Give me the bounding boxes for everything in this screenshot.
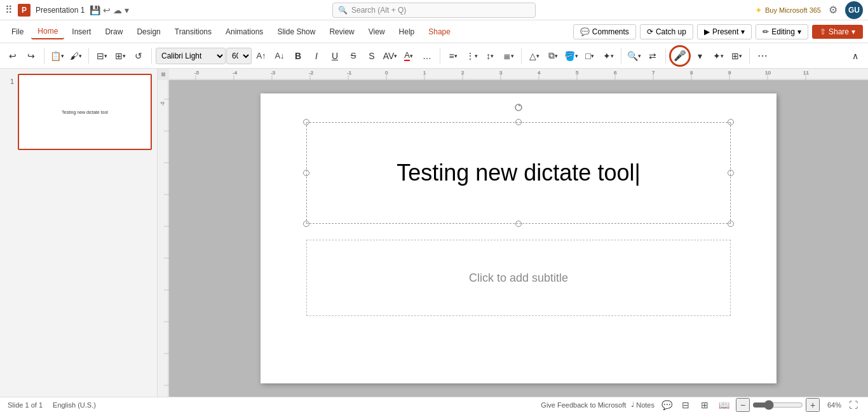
designer-button[interactable]: ✦▾: [709, 47, 727, 65]
ruler-top: -5 -4 -3 -2 -1 0 1 2 3 4 5 6 7 8 9 10 11: [158, 69, 868, 80]
redo-button[interactable]: ↪: [22, 47, 40, 65]
menu-design[interactable]: Design: [130, 25, 166, 39]
svg-text:3: 3: [499, 70, 503, 76]
zoom-slider[interactable]: [752, 400, 803, 410]
comments-panel-button[interactable]: 💬: [660, 398, 674, 412]
undo-button[interactable]: ↩: [4, 47, 22, 65]
svg-text:9: 9: [728, 70, 731, 76]
effects-button[interactable]: ✦▾: [599, 47, 617, 65]
slide-canvas[interactable]: Testing new dictate tool Click to add su…: [169, 80, 868, 397]
menu-review[interactable]: Review: [323, 25, 360, 39]
catchup-button[interactable]: ⟳ Catch up: [640, 24, 693, 39]
menu-home[interactable]: Home: [31, 24, 64, 39]
editing-button[interactable]: ✏ Editing ▾: [756, 24, 808, 39]
align-text-button[interactable]: ≣▾: [499, 47, 517, 65]
settings-icon[interactable]: ⚙: [829, 4, 837, 16]
font-family-select[interactable]: Calibri Light: [156, 48, 226, 64]
menu-insert[interactable]: Insert: [65, 25, 97, 39]
zoom-out-button[interactable]: −: [736, 398, 750, 412]
slide-subtitle-textbox[interactable]: Click to add subtitle: [306, 240, 731, 316]
line-spacing-button[interactable]: ↕▾: [481, 47, 499, 65]
slide-title-textbox[interactable]: Testing new dictate tool: [306, 122, 731, 224]
app-logo: P: [18, 4, 31, 17]
buy-ms365-button[interactable]: ✦ Buy Microsoft 365: [755, 5, 821, 15]
menu-draw[interactable]: Draw: [98, 25, 129, 39]
bold-button[interactable]: B: [289, 47, 307, 65]
fit-slide-button[interactable]: ⛶: [846, 398, 860, 412]
shapes-button[interactable]: △▾: [526, 47, 543, 65]
char-spacing-button[interactable]: AV▾: [381, 47, 399, 65]
app-grid-icon[interactable]: ⠿: [5, 4, 13, 16]
text-shadow-button[interactable]: S: [363, 47, 381, 65]
svg-text:1: 1: [423, 70, 426, 76]
save-icon[interactable]: 💾: [90, 5, 100, 15]
undo-quick-icon[interactable]: ↩: [103, 5, 111, 15]
menu-help[interactable]: Help: [393, 25, 421, 39]
rotate-icon: [514, 103, 523, 112]
voice-group: 🎤 ▾ ✦▾ ⊞▾: [670, 46, 745, 66]
reading-view-button[interactable]: 📖: [717, 398, 731, 412]
comments-button[interactable]: 💬 Comments: [573, 24, 636, 39]
share-button[interactable]: ⇧ Share ▾: [812, 25, 863, 39]
fill-button[interactable]: 🪣▾: [562, 47, 580, 65]
italic-button[interactable]: I: [308, 47, 325, 65]
menu-shape[interactable]: Shape: [422, 25, 457, 39]
normal-view-button[interactable]: ⊟: [679, 398, 693, 412]
outline-button[interactable]: □▾: [581, 47, 599, 65]
font-size-select[interactable]: 60: [226, 48, 252, 64]
status-right: Give Feedback to Microsoft ♩ Notes 💬 ⊟ ⊞…: [541, 398, 860, 412]
menu-items: File Home Insert Draw Design Transitions…: [5, 24, 573, 39]
divider-8: [749, 48, 750, 64]
strikethrough-button[interactable]: S: [344, 47, 362, 65]
menu-file[interactable]: File: [5, 25, 30, 39]
slide-sorter-button[interactable]: ⊞: [698, 398, 712, 412]
more-toolbar-button[interactable]: ⋯: [754, 47, 771, 65]
title-chevron-icon[interactable]: ▾: [125, 5, 129, 15]
decrease-font-button[interactable]: A↓: [271, 47, 288, 65]
title-bar-right: ✦ Buy Microsoft 365 ⚙ GU: [536, 1, 863, 19]
catchup-icon: ⟳: [647, 27, 653, 36]
notes-button[interactable]: ♩ Notes: [631, 401, 654, 409]
layout-button[interactable]: ⊟▾: [93, 47, 111, 65]
divider-2: [88, 48, 89, 64]
comments-label: Comments: [592, 27, 629, 36]
svg-text:7: 7: [652, 70, 655, 76]
present-button[interactable]: ▶ Present ▾: [697, 24, 752, 39]
text-cursor: [634, 160, 640, 186]
zoom-in-button[interactable]: +: [806, 398, 820, 412]
editing-group: 🔍▾ ⇄: [625, 47, 661, 65]
dictate-button[interactable]: 🎤: [670, 46, 690, 66]
slide-thumbnail[interactable]: Testing new dictate tool: [18, 74, 152, 150]
title-save-icons: 💾 ↩ ☁ ▾: [90, 5, 129, 15]
divider-3: [151, 48, 152, 64]
title-search-box[interactable]: 🔍 Search (Alt + Q): [332, 3, 536, 18]
reset-slide-button[interactable]: ↺: [130, 47, 147, 65]
underline-button[interactable]: U: [326, 47, 344, 65]
more-font-button[interactable]: …: [418, 47, 436, 65]
user-avatar[interactable]: GU: [845, 1, 863, 19]
svg-text:8: 8: [690, 70, 693, 76]
bullets-button[interactable]: ≡▾: [444, 47, 462, 65]
feedback-button[interactable]: Give Feedback to Microsoft: [541, 401, 626, 409]
divider-5: [521, 48, 522, 64]
arrange-button[interactable]: ⧉▾: [544, 47, 562, 65]
rotate-handle[interactable]: [514, 103, 523, 112]
section-button[interactable]: ⊞▾: [111, 47, 129, 65]
menu-animations[interactable]: Animations: [219, 25, 269, 39]
find-button[interactable]: 🔍▾: [625, 47, 643, 65]
numbering-button[interactable]: ⋮▾: [463, 47, 480, 65]
svg-text:10: 10: [765, 70, 771, 76]
menu-transitions[interactable]: Transitions: [168, 25, 218, 39]
vertical-ruler: -2: [158, 80, 169, 397]
increase-font-button[interactable]: A↑: [252, 47, 270, 65]
format-painter-button[interactable]: 🖌▾: [67, 47, 85, 65]
menu-view[interactable]: View: [362, 25, 391, 39]
collapse-ribbon-button[interactable]: ∧: [846, 47, 864, 65]
text-color-button[interactable]: A▾: [400, 47, 417, 65]
clipboard-button[interactable]: 📋▾: [48, 47, 66, 65]
dictate-chevron-button[interactable]: ▾: [691, 47, 709, 65]
present-icon: ▶: [704, 27, 710, 36]
replace-button[interactable]: ⇄: [644, 47, 661, 65]
slide-layout-button[interactable]: ⊞▾: [728, 47, 745, 65]
menu-slideshow[interactable]: Slide Show: [271, 25, 322, 39]
